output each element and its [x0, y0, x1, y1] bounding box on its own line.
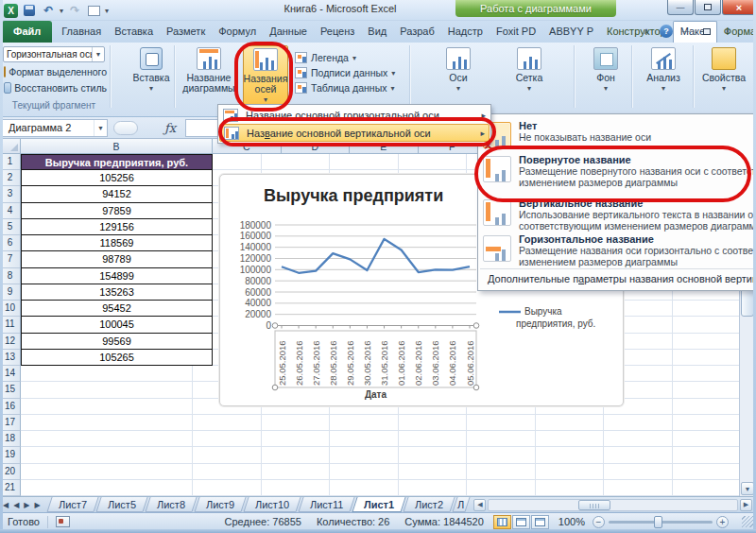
- sheet-tab-Лист2[interactable]: Лист2: [404, 497, 455, 512]
- submenu-item-4[interactable]: Горизонтальное названиеРазмещение назван…: [519, 233, 754, 267]
- zoom-slider-thumb[interactable]: [654, 516, 662, 528]
- sheet-tab-Лист8[interactable]: Лист8: [145, 497, 197, 512]
- ribbon-tab-12[interactable]: ABBYY P: [542, 21, 600, 43]
- table-value-cell[interactable]: 98789: [21, 251, 213, 267]
- close-button[interactable]: ×: [722, 0, 756, 15]
- ribbon-tab-2[interactable]: Главная: [55, 21, 108, 43]
- таблица-данных-button[interactable]: Таблица данных▾: [295, 80, 395, 95]
- zoom-in-icon[interactable]: +: [716, 516, 729, 528]
- undo-icon[interactable]: ↶: [41, 4, 56, 18]
- row-header-11[interactable]: 11: [0, 317, 21, 333]
- row-header-9[interactable]: 9: [0, 284, 21, 301]
- row-header-17[interactable]: 17: [0, 415, 21, 431]
- properties-button[interactable]: Свойства ▾: [699, 47, 748, 94]
- sheet-tab-Лист9[interactable]: Лист9: [194, 497, 246, 512]
- row-header-19[interactable]: 19: [0, 447, 21, 463]
- customize-qat-icon[interactable]: ▾: [105, 7, 109, 15]
- table-tool-icon[interactable]: [86, 4, 101, 18]
- gridlines-button[interactable]: Сетка ▾: [508, 47, 550, 94]
- table-value-cell[interactable]: 95452: [21, 301, 213, 317]
- zoom-level[interactable]: 100%: [558, 516, 585, 527]
- sheet-tab-Лист10[interactable]: Лист10: [243, 497, 301, 512]
- row-header-10[interactable]: 10: [0, 301, 21, 317]
- row-header-12[interactable]: 12: [0, 334, 21, 350]
- ribbon-tab-3[interactable]: Вставка: [108, 21, 160, 43]
- sheet-tab-Л[interactable]: Л: [453, 497, 471, 512]
- excel-logo-icon[interactable]: X: [4, 4, 18, 18]
- select-all-corner[interactable]: [0, 139, 21, 154]
- submenu-item-3[interactable]: Вертикальное названиеИспользование верти…: [519, 198, 754, 232]
- page-layout-view-icon[interactable]: [512, 515, 530, 529]
- ribbon-tab-8[interactable]: Вид: [361, 21, 393, 43]
- horizontal-title-icon[interactable]: [483, 235, 511, 262]
- row-header-4[interactable]: 4: [0, 203, 21, 219]
- ribbon-tab-7[interactable]: Реценз: [314, 21, 361, 43]
- легенда-button[interactable]: Легенда▾: [295, 50, 395, 65]
- submenu-item-2[interactable]: Повернутое названиеРазмещение повернутог…: [519, 154, 754, 188]
- workbook-minimize-icon[interactable]: —: [679, 25, 694, 38]
- chevron-down-icon[interactable]: ▼: [94, 120, 107, 136]
- table-value-cell[interactable]: 135263: [21, 284, 213, 301]
- ribbon-tab-4[interactable]: Разметк: [160, 21, 212, 43]
- row-header-3[interactable]: 3: [0, 186, 21, 202]
- table-value-cell[interactable]: 94152: [21, 186, 213, 202]
- more-axis-title-options-item[interactable]: Дополнительные параметры названия основн…: [488, 273, 754, 284]
- maximize-button[interactable]: [695, 0, 721, 15]
- sheet-tab-Лист11[interactable]: Лист11: [298, 497, 355, 512]
- row-header-6[interactable]: 6: [0, 235, 21, 251]
- axis-titles-button[interactable]: Названия осей ▾: [243, 45, 288, 106]
- table-value-cell[interactable]: 97859: [21, 203, 213, 219]
- menu-item-2[interactable]: Название основной вертикальной оси▸: [219, 124, 490, 142]
- ribbon-tab-9[interactable]: Разраб: [393, 21, 441, 43]
- table-header-cell[interactable]: Выручка предприятия, руб.: [21, 154, 213, 170]
- row-header-5[interactable]: 5: [0, 219, 21, 235]
- workbook-restore-icon[interactable]: [699, 25, 714, 38]
- scroll-right-icon[interactable]: ▶: [740, 499, 752, 511]
- row-header-13[interactable]: 13: [0, 350, 21, 366]
- подписи-данных-button[interactable]: Подписи данных▾: [295, 65, 395, 80]
- table-value-cell[interactable]: 100045: [21, 317, 213, 333]
- reset-style-button[interactable]: Восстановить стиль: [3, 80, 107, 95]
- sheet-tab-Лист1[interactable]: Лист1: [352, 497, 406, 512]
- undo-dropdown-icon[interactable]: ▾: [60, 7, 63, 15]
- table-value-cell[interactable]: 118569: [21, 235, 213, 251]
- analysis-button[interactable]: Анализ ▾: [643, 47, 684, 94]
- row-header-16[interactable]: 16: [0, 399, 21, 415]
- zoom-slider-track[interactable]: [609, 521, 713, 524]
- chart-element-selector[interactable]: Горизонтальная ось (ка ▼: [3, 46, 105, 62]
- rotated-title-icon[interactable]: [483, 156, 511, 182]
- row-header-21[interactable]: 21: [0, 480, 21, 496]
- ribbon-tab-6[interactable]: Данные: [263, 21, 314, 43]
- zoom-out-icon[interactable]: −: [593, 516, 605, 528]
- row-header-7[interactable]: 7: [0, 251, 21, 267]
- name-box[interactable]: Диаграмма 2 ▼: [2, 119, 108, 137]
- ribbon-tab-10[interactable]: Надстр: [441, 21, 490, 43]
- help-icon[interactable]: ?: [660, 25, 673, 38]
- first-sheet-icon[interactable]: ◀: [3, 501, 9, 509]
- row-header-2[interactable]: 2: [0, 170, 21, 186]
- chevron-down-icon[interactable]: ▼: [92, 47, 104, 61]
- row-header-1[interactable]: 1: [0, 154, 21, 170]
- sheet-tab-Лист7[interactable]: Лист7: [46, 497, 98, 512]
- ribbon-tab-5[interactable]: Формул: [212, 21, 263, 43]
- row-header-14[interactable]: 14: [0, 366, 21, 382]
- row-header-18[interactable]: 18: [0, 431, 21, 447]
- collapse-ribbon-icon[interactable]: ∧: [639, 25, 654, 38]
- last-sheet-icon[interactable]: ▶: [34, 501, 40, 509]
- normal-view-icon[interactable]: [493, 515, 511, 529]
- table-value-cell[interactable]: 105256: [21, 170, 213, 186]
- table-value-cell[interactable]: 99569: [21, 334, 213, 350]
- format-selection-button[interactable]: Формат выделенного: [3, 64, 107, 78]
- minimize-button[interactable]: —: [667, 0, 694, 15]
- horizontal-scrollbar-thumb[interactable]: [578, 500, 610, 510]
- next-sheet-icon[interactable]: ▶: [24, 501, 29, 509]
- column-header-B[interactable]: B: [21, 139, 213, 154]
- insert-button[interactable]: Вставка ▾: [132, 47, 170, 94]
- page-break-view-icon[interactable]: [531, 515, 549, 529]
- scroll-down-icon[interactable]: ▼: [741, 482, 754, 495]
- prev-sheet-icon[interactable]: ◀: [13, 501, 19, 509]
- background-button[interactable]: Фон ▾: [588, 47, 624, 94]
- insert-function-icon[interactable]: ƒx: [164, 121, 176, 135]
- menu-item-1[interactable]: Название основной горизонтальной оси▸: [219, 106, 490, 124]
- resize-grip[interactable]: [742, 516, 753, 527]
